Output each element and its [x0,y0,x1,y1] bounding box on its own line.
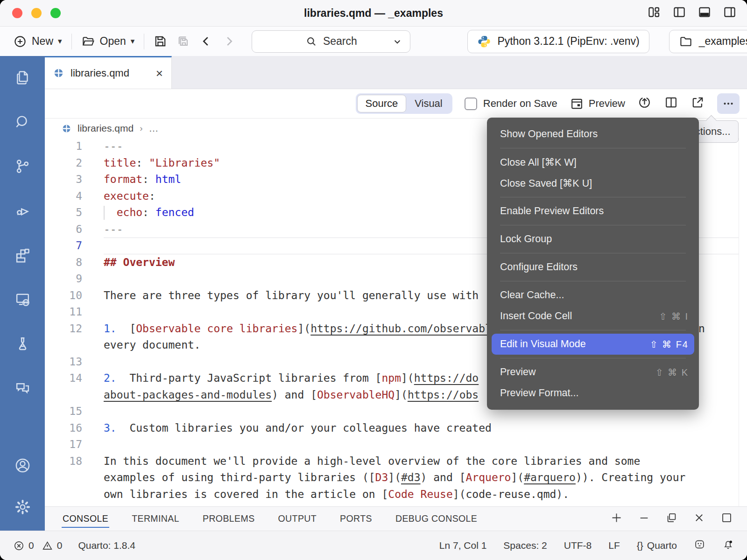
code-line[interactable]: 18In this document we'll provide a high-… [45,453,747,470]
sidebar-item-account[interactable] [14,457,31,474]
toggle-right-sidebar-icon[interactable] [723,5,737,21]
sidebar-item-testing[interactable] [14,335,31,352]
close-window-button[interactable] [12,8,22,18]
line-number: 10 [45,287,82,304]
navigate-back-button[interactable] [195,31,218,51]
publish-button[interactable] [637,95,652,112]
preview-button[interactable]: Preview [570,97,625,111]
line-number: 16 [45,420,82,437]
render-on-save-checkbox[interactable] [465,98,477,110]
sidebar-item-search[interactable] [14,113,31,131]
encoding-status[interactable]: UTF-8 [564,540,592,551]
code-text: echo: fenced [104,204,194,221]
minimize-window-button[interactable] [31,8,42,18]
sidebar-item-source-control[interactable] [14,158,31,175]
tab-close-icon[interactable]: × [156,67,163,79]
new-button[interactable]: New ▾ [8,32,67,51]
menu-separator [500,281,686,281]
panel-tab-output[interactable]: OUTPUT [277,508,318,530]
menu-item-insert-code-cell[interactable]: Insert Code Cell⇧ ⌘ I [487,306,699,327]
toggle-bottom-panel-icon[interactable] [698,5,712,21]
menu-item-configure-editors[interactable]: Configure Editors [487,257,699,278]
breadcrumb-more[interactable]: … [149,123,159,134]
split-editor-button[interactable] [664,95,678,112]
restore-icon [665,511,678,524]
code-line[interactable]: own libraries is covered in the article … [45,486,747,503]
activity-bar [0,56,45,531]
more-actions-button[interactable] [717,93,740,114]
code-text: execute: [104,188,155,205]
cursor-position-status[interactable]: Ln 7, Col 1 [439,540,487,551]
sidebar-item-extensions[interactable] [14,246,31,264]
menu-item-label: Configure Editors [500,261,578,273]
panel-restore-button[interactable] [665,511,678,526]
source-mode-button[interactable]: Source [357,95,407,112]
sidebar-item-settings[interactable] [14,498,31,516]
menu-item-edit-in-visual-mode[interactable]: Edit in Visual Mode⇧ ⌘ F4 [492,334,694,355]
editor-toolbar: Source Visual Render on Save Preview [45,89,747,119]
panel-close-button[interactable] [693,511,705,526]
menu-item-close-all-k-w[interactable]: Close All [⌘K W] [487,152,699,173]
toolbar-divider [71,34,72,49]
open-button[interactable]: Open ▾ [77,32,140,51]
open-in-new-window-button[interactable] [691,95,705,112]
menu-item-preview-format[interactable]: Preview Format... [487,383,699,404]
sidebar-item-run-debug[interactable] [14,202,31,219]
panel-tab-console[interactable]: CONSOLE [62,508,109,530]
notifications-button[interactable] [722,539,734,553]
sidebar-item-remote-explorer[interactable] [14,291,31,308]
code-text: There are three types of library you'll … [104,287,479,304]
menu-item-shortcut: ⇧ ⌘ F4 [650,339,689,350]
sidebar-item-explorer[interactable] [14,69,31,86]
braces-icon: {} [637,540,643,551]
chevron-right-icon: › [140,123,142,133]
menu-item-preview[interactable]: Preview⇧ ⌘ K [487,362,699,383]
interpreter-selector[interactable]: Python 3.12.1 (PipEnv: .venv) [467,30,649,53]
quarto-icon [53,68,64,78]
status-bar: 0 0 Quarto: 1.8.4 Ln 7, Col 1 Spaces: 2 … [0,531,747,560]
zoom-window-button[interactable] [50,8,61,18]
menu-item-lock-group[interactable]: Lock Group [487,229,699,250]
feedback-button[interactable] [694,539,705,553]
panel-minimize-button[interactable] [638,511,650,526]
panel-tab-ports[interactable]: PORTS [339,508,373,530]
indentation-status[interactable]: Spaces: 2 [503,540,547,551]
menu-item-label: Show Opened Editors [500,128,598,140]
menu-item-enable-preview-editors[interactable]: Enable Preview Editors [487,201,699,222]
new-button-label: New [32,35,53,48]
problems-status[interactable]: 0 0 [13,540,62,552]
circle-plus-icon [13,35,27,49]
panel-tab-debug-console[interactable]: DEBUG CONSOLE [395,508,478,530]
code-line[interactable]: examples of using third-party libraries … [45,469,747,486]
menu-item-close-saved-k-u[interactable]: Close Saved [⌘K U] [487,173,699,194]
app-window: libraries.qmd — _examples New ▾ Open ▾ [0,0,747,560]
code-line[interactable]: 17 [45,436,747,453]
project-selector[interactable]: _examples [669,30,747,53]
eol-status[interactable]: LF [608,540,620,551]
menu-separator [500,330,686,330]
toggle-left-sidebar-icon[interactable] [672,5,686,21]
quarto-version-status[interactable]: Quarto: 1.8.4 [78,540,135,551]
breadcrumb-file[interactable]: libraries.qmd [78,123,134,134]
tab-libraries-qmd[interactable]: libraries.qmd × [45,56,172,89]
panel-tab-problems[interactable]: PROBLEMS [202,508,256,530]
search-input[interactable]: Search [252,30,410,53]
panel-maximize-button[interactable] [720,511,733,526]
render-on-save-label: Render on Save [483,98,557,110]
sidebar-item-chat[interactable] [14,379,31,397]
visual-mode-button[interactable]: Visual [406,95,451,112]
extensions-icon [14,246,31,264]
save-button[interactable] [149,31,172,51]
top-toolbar: New ▾ Open ▾ Search [0,27,747,56]
language-mode-status[interactable]: {} Quarto [637,540,677,551]
customize-layout-icon[interactable] [647,5,661,21]
bell-icon [722,539,734,550]
menu-item-show-opened-editors[interactable]: Show Opened Editors [487,124,699,145]
menu-item-clear-cache[interactable]: Clear Cache... [487,285,699,306]
panel-tab-terminal[interactable]: TERMINAL [131,508,180,530]
navigate-forward-button[interactable] [218,31,240,51]
code-line[interactable]: 163. Custom libraries you and/or your co… [45,420,747,437]
code-text: about-packages-and-modules) and [Observa… [104,387,479,404]
save-all-button[interactable] [172,31,195,51]
panel-add-button[interactable] [610,511,623,526]
